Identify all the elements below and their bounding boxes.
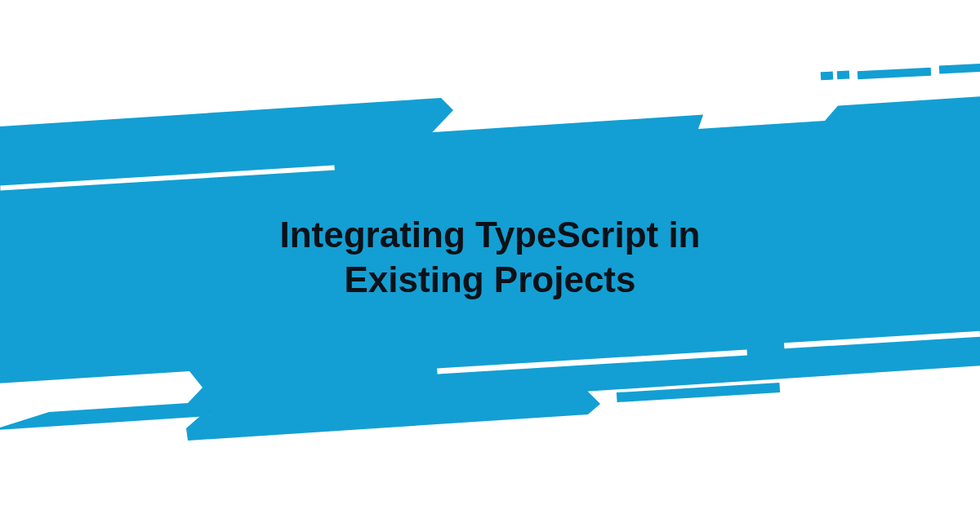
svg-rect-2 [821, 72, 834, 81]
svg-rect-5 [939, 63, 980, 73]
banner-graphic: Integrating TypeScript in Existing Proje… [0, 0, 980, 514]
title-line-2: Existing Projects [344, 259, 635, 299]
banner-title: Integrating TypeScript in Existing Proje… [163, 212, 817, 302]
svg-rect-4 [858, 68, 931, 80]
svg-rect-3 [837, 71, 850, 80]
title-line-1: Integrating TypeScript in [279, 215, 700, 255]
